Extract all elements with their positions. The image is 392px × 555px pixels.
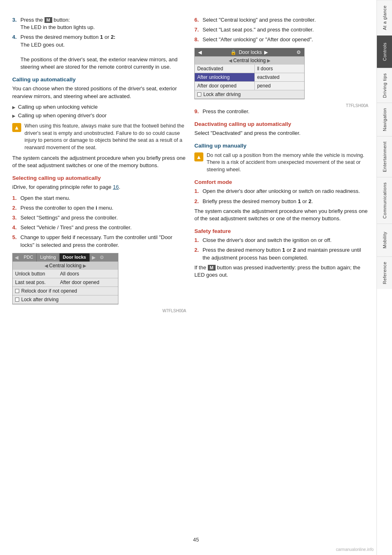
warning-box-2: ▲ Do not call up a position from the mem… bbox=[194, 152, 368, 174]
sidebar-tab-driving-tips[interactable]: Driving tips bbox=[377, 68, 392, 103]
ui-submenu-right: ◀ Central locking ▶ bbox=[195, 56, 304, 65]
safety-step-1: 1. Close the driver's door and switch th… bbox=[194, 237, 368, 244]
sidebar-tab-entertainment[interactable]: Entertainment bbox=[377, 136, 392, 177]
calling-up-text: You can choose when the stored positions… bbox=[12, 85, 186, 100]
right-steps-6-8: 6. Select "Central locking" and press th… bbox=[194, 16, 368, 44]
sidebar-tab-reference[interactable]: Reference bbox=[377, 256, 392, 289]
step-3: 3. Press the M button: The LED in the bu… bbox=[12, 16, 186, 31]
step-4b: 4. Select "Vehicle / Tires" and press th… bbox=[12, 224, 186, 231]
ui-tab-doorlocks: Door locks bbox=[60, 253, 90, 262]
settings-icon: ⚙ bbox=[296, 49, 301, 55]
comfort-steps: 1. Open the driver's door after unlockin… bbox=[194, 188, 368, 205]
deactivating-heading: Deactivating calling up automatically bbox=[194, 121, 368, 127]
step-9-list: 9. Press the controller. bbox=[194, 108, 368, 115]
ui-value-2: pened bbox=[255, 82, 304, 90]
step-5: 5. Change to upper field if necessary. T… bbox=[12, 234, 186, 248]
ui-checkbox-relock: Relock door if not opened bbox=[13, 287, 118, 295]
system-cancel-text: The system cancels the adjustment proced… bbox=[12, 154, 186, 169]
calling-up-heading: Calling up automatically bbox=[12, 76, 186, 83]
ui-checkbox-lock: Lock after driving bbox=[13, 295, 118, 304]
ui-row-unlock: Unlock button All doors bbox=[13, 270, 118, 278]
ui-options-col: Deactivated After unlocking After door o… bbox=[195, 65, 255, 90]
ui-tab-pdc: PDC bbox=[20, 253, 37, 262]
door-icon: 🔒 bbox=[230, 49, 236, 55]
warning-icon: ▲ bbox=[12, 123, 21, 132]
image-caption-left: W7FLSH00A bbox=[12, 309, 186, 313]
safety-step-2: 2. Press the desired memory button 1 or … bbox=[194, 246, 368, 261]
step-4: 4. Press the desired memory button 1 or … bbox=[12, 34, 186, 71]
ui-option-afterunlocking: After unlocking bbox=[195, 73, 254, 82]
ui-checkbox-lockdriving: Lock after driving bbox=[195, 90, 304, 99]
ui-value-1: eactivated bbox=[255, 73, 304, 82]
comfort-step-2: 2. Briefly press the desired memory butt… bbox=[194, 198, 368, 205]
sidebar-tab-mobility[interactable]: Mobility bbox=[377, 224, 392, 256]
m-button-safety: M bbox=[208, 265, 216, 271]
ui-row-lastseat: Last seat pos. After door opened bbox=[13, 278, 118, 287]
checkbox-icon bbox=[15, 289, 19, 293]
step-3b: 3. Select "Settings" and press the contr… bbox=[12, 214, 186, 222]
ui-value-0: ll doors bbox=[255, 65, 304, 73]
selecting-steps: 1. Open the start menu. 2. Press the con… bbox=[12, 195, 186, 249]
comfort-step-1: 1. Open the driver's door after unlockin… bbox=[194, 188, 368, 195]
door-locks-ui-left: ◀ PDC Lighting Door locks ▶ ⚙ ◀ Central … bbox=[12, 253, 118, 304]
sidebar-tab-navigation[interactable]: Navigation bbox=[377, 103, 392, 136]
right-sidebar: At a glance Controls Driving tips Naviga… bbox=[376, 0, 392, 555]
calling-manually-heading: Calling up manually bbox=[194, 143, 368, 149]
sidebar-tab-controls[interactable]: Controls bbox=[377, 35, 392, 68]
ui-option-afterdoor: After door opened bbox=[195, 82, 254, 90]
step-8: 8. Select "After unlocking" or "After do… bbox=[194, 36, 368, 43]
safety-note: If the M button was pressed inadvertentl… bbox=[194, 264, 368, 279]
step-7: 7. Select "Last seat pos." and press the… bbox=[194, 26, 368, 34]
deactivating-text: Select "Deactivated" and press the contr… bbox=[194, 130, 368, 137]
warning-text-2: Do not call up a position from the memor… bbox=[207, 152, 368, 174]
warning-text-1: When using this feature, always make sur… bbox=[24, 123, 186, 151]
ui-content-area: Deactivated After unlocking After door o… bbox=[195, 65, 304, 90]
warning-icon-2: ▲ bbox=[194, 152, 203, 161]
idrive-text: iDrive, for operating principle refer to… bbox=[12, 184, 186, 191]
ui-header-right: ◀ 🔒 Door locks ▶ ⚙ bbox=[195, 48, 304, 56]
checkbox-icon bbox=[15, 298, 19, 302]
calling-up-bullets: ▶ Calling up when unlocking vehicle ▶ Ca… bbox=[12, 103, 186, 119]
step-2: 2. Press the controller to open the i me… bbox=[12, 204, 186, 212]
ui-tabs-bar: ◀ PDC Lighting Door locks ▶ ⚙ bbox=[13, 253, 118, 262]
bullet-item: ▶ Calling up when unlocking vehicle bbox=[12, 103, 186, 111]
step-1: 1. Open the start menu. bbox=[12, 195, 186, 202]
safety-heading: Safety feature bbox=[194, 228, 368, 234]
bullet-arrow-icon: ▶ bbox=[12, 105, 16, 110]
ui-tab-lighting: Lighting bbox=[37, 253, 60, 262]
comfort-heading: Comfort mode bbox=[194, 179, 368, 185]
ui-option-deactivated: Deactivated bbox=[195, 65, 254, 73]
m-button-label: M bbox=[45, 17, 52, 23]
watermark: carmanualonline.info bbox=[336, 547, 374, 552]
page-number: 45 bbox=[193, 537, 199, 543]
door-locks-ui-right: ◀ 🔒 Door locks ▶ ⚙ ◀ Central locking ▶ D… bbox=[194, 48, 305, 99]
sidebar-tab-communications[interactable]: Communications bbox=[377, 177, 392, 224]
gear-icon: ⚙ bbox=[98, 253, 106, 262]
bullet-item: ▶ Calling up when opening driver's door bbox=[12, 112, 186, 119]
ui-submenu-left: ◀ Central locking ▶ bbox=[13, 262, 118, 270]
step-6: 6. Select "Central locking" and press th… bbox=[194, 16, 368, 24]
warning-box-1: ▲ When using this feature, always make s… bbox=[12, 123, 186, 151]
image-caption-right: T7FLSH00A bbox=[194, 103, 368, 108]
bullet-arrow-icon: ▶ bbox=[12, 113, 16, 119]
ui-rows-left: Unlock button All doors Last seat pos. A… bbox=[13, 270, 118, 304]
ui-values-col: ll doors eactivated pened bbox=[255, 65, 304, 90]
step-9: 9. Press the controller. bbox=[194, 108, 368, 115]
selecting-heading: Selecting calling up automatically bbox=[12, 175, 186, 181]
comfort-system-text: The system cancels the adjustment proced… bbox=[194, 208, 368, 222]
checkbox-icon bbox=[197, 92, 201, 96]
sidebar-tab-at-a-glance[interactable]: At a glance bbox=[377, 0, 392, 35]
safety-steps: 1. Close the driver's door and switch th… bbox=[194, 237, 368, 262]
